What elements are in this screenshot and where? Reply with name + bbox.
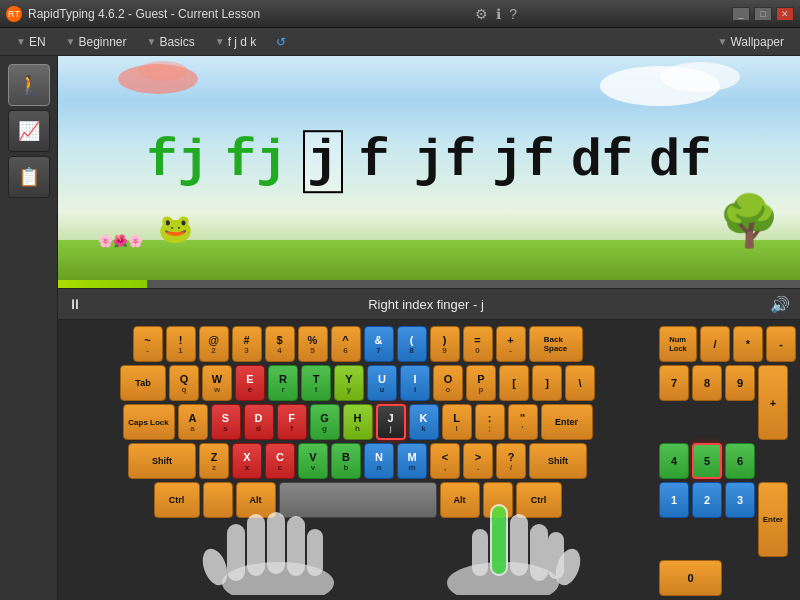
key-t[interactable]: Tt — [301, 365, 331, 401]
key-q[interactable]: Qq — [169, 365, 199, 401]
key-2[interactable]: @2 — [199, 326, 229, 362]
key-nummul[interactable]: * — [733, 326, 763, 362]
chars-menu[interactable]: ▼ f j d k — [207, 33, 265, 51]
key-numsub[interactable]: - — [766, 326, 796, 362]
wallpaper-menu[interactable]: ▼ Wallpaper — [710, 33, 792, 51]
key-num2[interactable]: 2 — [692, 482, 722, 518]
key-rctrl[interactable]: Ctrl — [516, 482, 562, 518]
key-num3[interactable]: 3 — [725, 482, 755, 518]
key-quote[interactable]: "' — [508, 404, 538, 440]
key-a[interactable]: Aa — [178, 404, 208, 440]
key-s[interactable]: Ss — [211, 404, 241, 440]
key-x[interactable]: Xx — [232, 443, 262, 479]
key-num5[interactable]: 5 — [692, 443, 722, 479]
key-num0[interactable]: 0 — [659, 560, 722, 596]
key-5[interactable]: %5 — [298, 326, 328, 362]
key-o[interactable]: Oo — [433, 365, 463, 401]
key-enter[interactable]: Enter — [541, 404, 593, 440]
key-w[interactable]: Ww — [202, 365, 232, 401]
key-m[interactable]: Mm — [397, 443, 427, 479]
key-num1[interactable]: 1 — [659, 482, 689, 518]
key-num6[interactable]: 6 — [725, 443, 755, 479]
key-lbracket[interactable]: [ — [499, 365, 529, 401]
key-lshift[interactable]: Shift — [128, 443, 196, 479]
key-tilde[interactable]: ~- — [133, 326, 163, 362]
key-ralt[interactable]: Alt — [440, 482, 480, 518]
key-slash[interactable]: ?/ — [496, 443, 526, 479]
key-lalt[interactable]: Alt — [236, 482, 276, 518]
language-menu[interactable]: ▼ EN — [8, 33, 54, 51]
key-numadd[interactable]: + — [758, 365, 788, 440]
key-z[interactable]: Zz — [199, 443, 229, 479]
help-icon[interactable]: ? — [509, 6, 517, 22]
key-9[interactable]: )9 — [430, 326, 460, 362]
key-u[interactable]: Uu — [367, 365, 397, 401]
sidebar-lessons-btn[interactable]: 📋 — [8, 156, 50, 198]
key-num7[interactable]: 7 — [659, 365, 689, 401]
key-num8[interactable]: 8 — [692, 365, 722, 401]
key-space[interactable] — [279, 482, 437, 518]
key-6[interactable]: ^6 — [331, 326, 361, 362]
key-num9[interactable]: 9 — [725, 365, 755, 401]
sidebar-typing-btn[interactable]: 🚶 — [8, 64, 50, 106]
key-capslock[interactable]: Caps Lock — [123, 404, 175, 440]
key-minus[interactable]: +- — [496, 326, 526, 362]
key-y[interactable]: Yy — [334, 365, 364, 401]
key-7[interactable]: &7 — [364, 326, 394, 362]
numpad-row-2: 7 8 9 + — [659, 365, 796, 440]
key-numenter[interactable]: Enter — [758, 482, 788, 557]
key-4[interactable]: $4 — [265, 326, 295, 362]
key-semicolon[interactable]: :; — [475, 404, 505, 440]
sidebar-stats-btn[interactable]: 📈 — [8, 110, 50, 152]
key-g[interactable]: Gg — [310, 404, 340, 440]
key-p[interactable]: Pp — [466, 365, 496, 401]
key-h[interactable]: Hh — [343, 404, 373, 440]
key-comma[interactable]: <, — [430, 443, 460, 479]
numpad: NumLock / * - 7 8 9 + 4 5 — [659, 326, 796, 596]
key-tab[interactable]: Tab — [120, 365, 166, 401]
minimize-button[interactable]: _ — [732, 7, 750, 21]
key-period[interactable]: >. — [463, 443, 493, 479]
key-backspace[interactable]: BackSpace — [529, 326, 583, 362]
settings-icon[interactable]: ⚙ — [475, 6, 488, 22]
key-l[interactable]: Ll — [442, 404, 472, 440]
key-n[interactable]: Nn — [364, 443, 394, 479]
lesson-menu[interactable]: ▼ Basics — [139, 33, 203, 51]
key-rshift[interactable]: Shift — [529, 443, 587, 479]
key-f[interactable]: Ff — [277, 404, 307, 440]
info-icon[interactable]: ℹ — [496, 6, 501, 22]
window-controls[interactable]: _ □ ✕ — [732, 7, 794, 21]
key-b[interactable]: Bb — [331, 443, 361, 479]
key-d[interactable]: Dd — [244, 404, 274, 440]
refresh-btn[interactable]: ↺ — [268, 33, 294, 51]
keyboard-row-3: Caps Lock Aa Ss Dd Ff Gg Hh Jj Kk Ll :; … — [62, 404, 653, 440]
lesson-arrow: ▼ — [147, 36, 157, 47]
key-i[interactable]: Ii — [400, 365, 430, 401]
key-lctrl[interactable]: Ctrl — [154, 482, 200, 518]
key-rbracket[interactable]: ] — [532, 365, 562, 401]
main-layout: 🚶 📈 📋 🐸 🌳 🌸🌺🌸 fj fj j f jf — [0, 56, 800, 600]
close-button[interactable]: ✕ — [776, 7, 794, 21]
key-e[interactable]: Ee — [235, 365, 265, 401]
char-6: jf — [492, 132, 554, 191]
maximize-button[interactable]: □ — [754, 7, 772, 21]
volume-button[interactable]: 🔊 — [770, 295, 790, 314]
key-lwin[interactable] — [203, 482, 233, 518]
char-7: df — [571, 132, 633, 191]
key-8[interactable]: (8 — [397, 326, 427, 362]
key-3[interactable]: #3 — [232, 326, 262, 362]
key-c[interactable]: Cc — [265, 443, 295, 479]
key-num4[interactable]: 4 — [659, 443, 689, 479]
key-backslash[interactable]: \ — [565, 365, 595, 401]
key-numdiv[interactable]: / — [700, 326, 730, 362]
key-numlock[interactable]: NumLock — [659, 326, 697, 362]
level-menu[interactable]: ▼ Beginner — [58, 33, 135, 51]
key-rwin[interactable] — [483, 482, 513, 518]
key-1[interactable]: !1 — [166, 326, 196, 362]
key-j[interactable]: Jj — [376, 404, 406, 440]
key-k[interactable]: Kk — [409, 404, 439, 440]
pause-button[interactable]: ⏸ — [68, 296, 82, 312]
key-r[interactable]: Rr — [268, 365, 298, 401]
key-0[interactable]: =0 — [463, 326, 493, 362]
key-v[interactable]: Vv — [298, 443, 328, 479]
